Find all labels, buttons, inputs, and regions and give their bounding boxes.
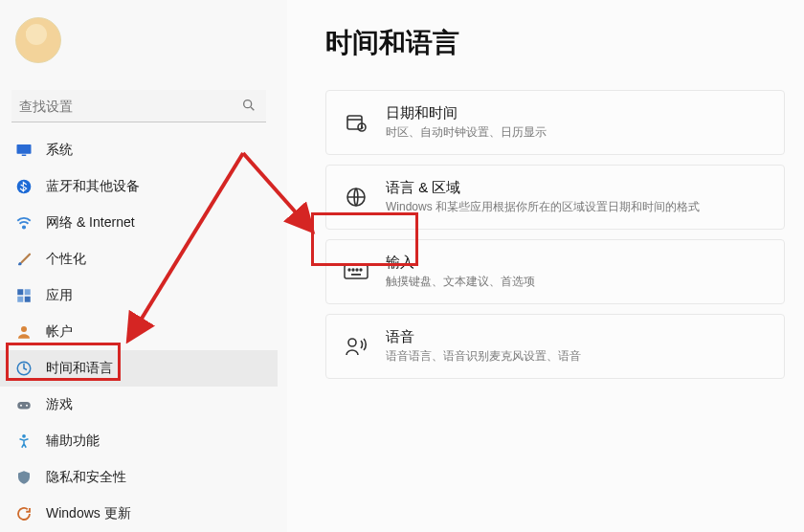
card-title: 日期和时间	[386, 104, 547, 122]
update-icon	[15, 505, 33, 522]
sidebar-item-label: 游戏	[46, 396, 73, 413]
svg-rect-2	[17, 144, 32, 154]
nav: 系统 蓝牙和其他设备 网络 & Internet 个性化 应用	[0, 132, 278, 532]
svg-rect-7	[25, 289, 31, 295]
svg-point-14	[26, 405, 28, 407]
person-icon	[15, 323, 33, 341]
card-speech[interactable]: 语音 语音语言、语音识别麦克风设置、语音	[325, 314, 785, 379]
svg-point-13	[20, 405, 22, 407]
keyboard-icon	[344, 259, 368, 284]
shield-icon	[15, 469, 33, 486]
sidebar-item-network[interactable]: 网络 & Internet	[0, 205, 278, 241]
card-desc: 语音语言、语音识别麦克风设置、语音	[386, 348, 581, 365]
search-icon	[241, 98, 257, 117]
sidebar-item-label: 应用	[46, 287, 73, 304]
search-container	[11, 90, 266, 122]
svg-point-5	[23, 226, 25, 228]
card-text: 语音 语音语言、语音识别麦克风设置、语音	[386, 328, 581, 365]
svg-point-21	[352, 269, 354, 271]
apps-icon	[15, 287, 33, 304]
svg-line-1	[251, 107, 254, 110]
sidebar-item-label: 帐户	[46, 323, 73, 341]
sidebar-item-windows-update[interactable]: Windows 更新	[0, 496, 278, 532]
card-title: 输入	[386, 254, 535, 272]
card-language-region[interactable]: 语言 & 区域 Windows 和某些应用根据你所在的区域设置日期和时间的格式	[325, 165, 785, 230]
globe-lang-icon	[344, 185, 368, 210]
svg-point-25	[348, 339, 356, 346]
sidebar-item-label: 时间和语言	[46, 360, 113, 377]
card-desc: 时区、自动时钟设置、日历显示	[386, 124, 547, 141]
svg-point-0	[244, 100, 252, 108]
sidebar-item-label: 隐私和安全性	[46, 469, 126, 486]
svg-rect-24	[351, 274, 361, 276]
svg-point-10	[21, 326, 27, 332]
calendar-clock-icon	[344, 110, 368, 135]
card-date-time[interactable]: 日期和时间 时区、自动时钟设置、日历显示	[325, 90, 785, 155]
card-desc: Windows 和某些应用根据你所在的区域设置日期和时间的格式	[386, 199, 700, 215]
profile-area[interactable]	[0, 10, 278, 71]
wifi-icon	[15, 214, 33, 232]
main-content: 时间和语言 日期和时间 时区、自动时钟设置、日历显示 语言 & 区域 Windo…	[287, 0, 804, 532]
brush-icon	[15, 251, 33, 268]
svg-rect-19	[345, 265, 368, 278]
sidebar-item-personalization[interactable]: 个性化	[0, 241, 278, 277]
svg-point-20	[348, 269, 350, 271]
sidebar-item-label: 网络 & Internet	[46, 214, 135, 232]
sidebar-item-label: 蓝牙和其他设备	[46, 178, 140, 195]
card-text: 输入 触摸键盘、文本建议、首选项	[386, 254, 535, 290]
sidebar-item-label: 系统	[46, 142, 73, 159]
card-title: 语音	[386, 328, 581, 346]
svg-rect-8	[17, 297, 23, 302]
sidebar-item-label: 辅助功能	[46, 432, 100, 450]
sidebar-item-privacy[interactable]: 隐私和安全性	[0, 459, 278, 496]
sidebar-item-gaming[interactable]: 游戏	[0, 387, 278, 423]
sidebar-item-accessibility[interactable]: 辅助功能	[0, 423, 278, 459]
sidebar-item-bluetooth[interactable]: 蓝牙和其他设备	[0, 168, 278, 205]
page-title: 时间和语言	[325, 25, 785, 61]
globe-clock-icon	[15, 360, 33, 377]
card-text: 日期和时间 时区、自动时钟设置、日历显示	[386, 104, 547, 141]
svg-rect-12	[17, 402, 31, 410]
svg-rect-6	[17, 289, 23, 295]
sidebar-item-label: 个性化	[46, 251, 86, 268]
svg-rect-3	[22, 155, 27, 157]
sidebar-item-time-language[interactable]: 时间和语言	[0, 350, 278, 387]
card-input[interactable]: 输入 触摸键盘、文本建议、首选项	[325, 239, 785, 304]
svg-point-22	[356, 269, 358, 271]
gamepad-icon	[15, 396, 33, 413]
search-input[interactable]	[11, 90, 266, 122]
bluetooth-icon	[15, 178, 33, 195]
speech-icon	[344, 334, 368, 359]
monitor-icon	[15, 142, 33, 159]
sidebar-item-apps[interactable]: 应用	[0, 277, 278, 314]
svg-rect-16	[347, 116, 362, 129]
sidebar: 系统 蓝牙和其他设备 网络 & Internet 个性化 应用	[0, 0, 278, 532]
svg-point-23	[360, 269, 362, 271]
avatar	[15, 17, 61, 63]
svg-rect-9	[25, 297, 31, 302]
sidebar-item-accounts[interactable]: 帐户	[0, 314, 278, 350]
card-title: 语言 & 区域	[386, 179, 700, 197]
card-desc: 触摸键盘、文本建议、首选项	[386, 274, 535, 290]
accessibility-icon	[15, 432, 33, 450]
sidebar-item-label: Windows 更新	[46, 505, 131, 522]
svg-point-15	[22, 434, 26, 438]
sidebar-item-system[interactable]: 系统	[0, 132, 278, 168]
card-text: 语言 & 区域 Windows 和某些应用根据你所在的区域设置日期和时间的格式	[386, 179, 700, 215]
